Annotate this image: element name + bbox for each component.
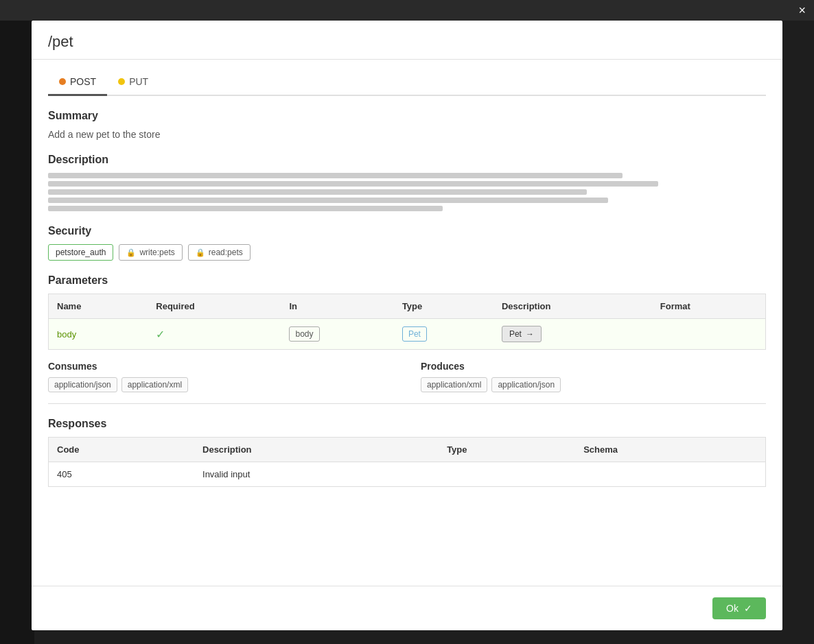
resp-col-desc: Description <box>194 438 439 462</box>
ok-check-icon: ✓ <box>744 603 752 614</box>
badge-write-pets[interactable]: 🔒 write:pets <box>119 244 182 261</box>
badge-petstore-auth-label: petstore_auth <box>56 248 106 257</box>
expand-arrow-icon: → <box>526 329 534 339</box>
params-header-row: Name Required In Type Description Format <box>49 294 766 319</box>
lock-icon-1: 🔒 <box>126 248 136 257</box>
param-description-cell: Pet → <box>493 319 652 350</box>
parameters-heading: Parameters <box>48 274 766 287</box>
tab-put[interactable]: PUT <box>107 71 159 96</box>
top-bar: × <box>0 0 814 21</box>
badge-petstore-auth[interactable]: petstore_auth <box>48 244 113 261</box>
badge-write-pets-label: write:pets <box>139 248 174 257</box>
pet-btn-label: Pet <box>509 329 522 339</box>
security-badges: petstore_auth 🔒 write:pets 🔒 read:pets <box>48 244 766 261</box>
required-check-icon: ✓ <box>156 329 165 340</box>
consumes-label: Consumes <box>48 361 393 372</box>
parameters-table: Name Required In Type Description Format… <box>48 294 766 350</box>
param-body-name: body <box>57 329 76 339</box>
security-heading: Security <box>48 225 766 237</box>
consumes-col: Consumes application/json application/xm… <box>48 361 393 392</box>
modal-title: /pet <box>48 33 766 51</box>
modal-header: /pet <box>32 21 782 60</box>
desc-line-5 <box>48 206 443 211</box>
responses-table: Code Description Type Schema 405 Invalid… <box>48 437 766 487</box>
col-name: Name <box>49 294 148 319</box>
param-in-cell: body <box>281 319 393 350</box>
method-tabs: POST PUT <box>48 60 766 96</box>
tab-post[interactable]: POST <box>48 71 107 96</box>
badge-read-pets[interactable]: 🔒 read:pets <box>188 244 251 261</box>
produces-tags: application/xml application/json <box>421 377 766 392</box>
consumes-tags: application/json application/xml <box>48 377 393 392</box>
param-type-cell: Pet <box>394 319 493 350</box>
produces-label: Produces <box>421 361 766 372</box>
pet-expand-button[interactable]: Pet → <box>502 326 542 342</box>
section-divider <box>48 403 766 404</box>
col-type: Type <box>394 294 493 319</box>
consumes-tag-1: application/xml <box>121 377 188 392</box>
col-in: In <box>281 294 393 319</box>
resp-col-schema: Schema <box>575 438 765 462</box>
responses-header-row: Code Description Type Schema <box>49 438 766 462</box>
param-in-badge: body <box>289 326 319 342</box>
resp-col-type: Type <box>439 438 575 462</box>
desc-line-3 <box>48 189 587 195</box>
modal-body: POST PUT Summary Add a new pet to the st… <box>32 60 782 586</box>
modal-footer: Ok ✓ <box>32 586 782 630</box>
col-required: Required <box>148 294 281 319</box>
summary-text: Add a new pet to the store <box>48 129 766 140</box>
param-name-cell: body <box>49 319 148 350</box>
responses-heading: Responses <box>48 418 766 430</box>
put-dot <box>118 78 125 85</box>
description-content <box>48 173 766 211</box>
modal-dialog: /pet POST PUT Summary Add a new pet to t… <box>32 21 782 630</box>
table-row: body ✓ body Pet Pet → <box>49 319 766 350</box>
col-description: Description <box>493 294 652 319</box>
desc-line-2 <box>48 181 658 187</box>
ok-button[interactable]: Ok ✓ <box>712 597 766 619</box>
close-button[interactable]: × <box>798 4 806 16</box>
desc-line-1 <box>48 173 623 178</box>
param-type-badge: Pet <box>402 326 427 342</box>
desc-line-4 <box>48 198 608 203</box>
summary-heading: Summary <box>48 110 766 122</box>
description-heading: Description <box>48 154 766 166</box>
resp-col-code: Code <box>49 438 195 462</box>
consumes-tag-0: application/json <box>48 377 117 392</box>
resp-schema-cell <box>575 462 765 487</box>
param-format-cell <box>652 319 766 350</box>
media-types-section: Consumes application/json application/xm… <box>48 361 766 392</box>
tab-post-label: POST <box>70 76 96 87</box>
resp-code-cell: 405 <box>49 462 195 487</box>
lock-icon-2: 🔒 <box>196 248 205 257</box>
param-required-cell: ✓ <box>148 319 281 350</box>
tab-put-label: PUT <box>129 76 148 87</box>
produces-col: Produces application/xml application/jso… <box>421 361 766 392</box>
badge-read-pets-label: read:pets <box>209 248 243 257</box>
col-format: Format <box>652 294 766 319</box>
resp-type-cell <box>439 462 575 487</box>
ok-button-label: Ok <box>726 603 739 614</box>
post-dot <box>59 78 66 85</box>
table-row: 405 Invalid input <box>49 462 766 487</box>
produces-tag-1: application/json <box>491 377 561 392</box>
resp-desc-cell: Invalid input <box>194 462 439 487</box>
produces-tag-0: application/xml <box>421 377 487 392</box>
